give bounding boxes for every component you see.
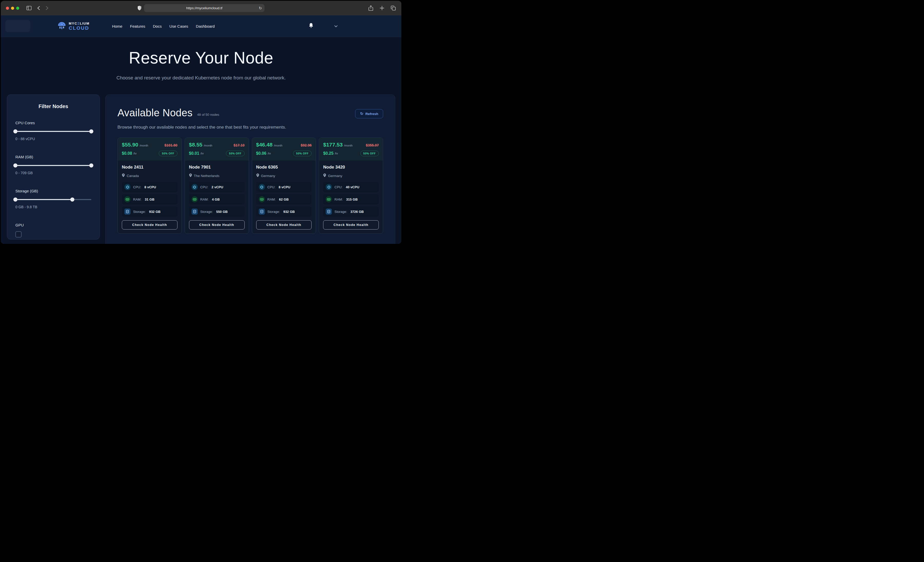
- brand-logo[interactable]: MYCΞLIUM CLOUD: [57, 21, 90, 31]
- hourly-unit: /hr: [134, 152, 137, 155]
- storage-icon: [124, 209, 130, 215]
- filter-range-text: 0 - 709 GB: [15, 171, 91, 175]
- storage-label: Storage:: [200, 210, 213, 214]
- check-node-health-button[interactable]: Check Node Health: [122, 220, 177, 230]
- storage-value: 550 GB: [216, 210, 228, 214]
- node-name: Node 2411: [122, 165, 177, 170]
- brand-wordmark: MYCΞLIUM CLOUD: [69, 22, 90, 30]
- storage-label: Storage:: [267, 210, 280, 214]
- privacy-shield-icon[interactable]: [138, 6, 141, 10]
- storage-label: Storage:: [334, 210, 347, 214]
- hourly-price: $0.01: [189, 151, 199, 156]
- back-button-icon[interactable]: [37, 6, 40, 10]
- monthly-price: $55.90: [122, 142, 138, 148]
- ram-label: RAM:: [133, 197, 141, 201]
- page-title: Reserve Your Node: [1, 48, 401, 67]
- account-chevron-down-icon[interactable]: [334, 24, 338, 28]
- nav-link-dashboard[interactable]: Dashboard: [196, 24, 214, 28]
- storage-spec-row: Storage: 932 GB: [256, 206, 312, 217]
- slider-handle-max[interactable]: [89, 163, 93, 167]
- ram-value: 31 GB: [145, 197, 154, 201]
- refresh-button[interactable]: ↻ Refresh: [355, 109, 383, 118]
- url-text: https://myceliumcloud.tf: [186, 6, 222, 10]
- traffic-lights: [6, 7, 19, 10]
- node-card-body: Node 3420 Germany CPU: 40 vCPU: [319, 161, 383, 220]
- check-node-health-button[interactable]: Check Node Health: [256, 220, 312, 230]
- node-pricing: $55.90 /month $101.80 $0.08 /hr 50% OFF: [118, 138, 182, 161]
- ram-value: 62 GB: [279, 197, 289, 201]
- notification-bell-icon[interactable]: [309, 23, 314, 30]
- refresh-icon: ↻: [360, 111, 363, 116]
- nav-link-use-cases[interactable]: Use Cases: [169, 24, 188, 28]
- storage-spec-row: Storage: 932 GB: [122, 206, 177, 217]
- cpu-spec-row: CPU: 8 vCPU: [122, 182, 177, 192]
- sidebar-toggle-icon[interactable]: [26, 6, 32, 10]
- monthly-unit: /month: [140, 144, 148, 147]
- ram-icon: [192, 196, 198, 202]
- check-node-health-button[interactable]: Check Node Health: [323, 220, 379, 230]
- node-card[interactable]: $177.53 /month $355.07 $0.25 /hr 50% OFF…: [319, 138, 383, 234]
- nav-link-home[interactable]: Home: [112, 24, 122, 28]
- slider-handle-min[interactable]: [14, 197, 18, 202]
- node-count-text: 48 of 50 nodes: [197, 113, 219, 117]
- slider-handle-max[interactable]: [89, 129, 93, 133]
- storage-spec-row: Storage: 550 GB: [189, 206, 244, 217]
- node-pricing: $46.48 /month $92.96 $0.06 /hr 50% OFF: [252, 138, 316, 161]
- discount-badge: 50% OFF: [360, 151, 379, 156]
- navbar-ghost-highlight: [5, 20, 30, 32]
- range-slider[interactable]: [15, 129, 91, 134]
- original-price: $355.07: [366, 143, 379, 147]
- node-name: Node 7901: [189, 165, 244, 170]
- ram-icon: [259, 196, 265, 202]
- range-slider[interactable]: [15, 197, 91, 202]
- cpu-value: 8 vCPU: [144, 185, 156, 189]
- share-icon[interactable]: [369, 5, 373, 11]
- nav-link-features[interactable]: Features: [130, 24, 145, 28]
- storage-value: 3726 GB: [350, 210, 364, 214]
- slider-handle-max[interactable]: [70, 197, 74, 202]
- ram-icon: [124, 196, 130, 202]
- zoom-window-button[interactable]: [16, 7, 19, 10]
- location-pin-icon: [323, 173, 326, 178]
- cpu-label: CPU:: [133, 185, 141, 189]
- ram-label: RAM:: [334, 197, 343, 201]
- filter-group: RAM (GB) 0 - 709 GB: [15, 155, 91, 175]
- ram-value: 4 GB: [212, 197, 219, 201]
- range-slider[interactable]: [15, 163, 91, 168]
- node-card[interactable]: $46.48 /month $92.96 $0.06 /hr 50% OFF N…: [252, 138, 316, 234]
- cpu-icon: [259, 184, 265, 190]
- cpu-spec-row: CPU: 2 vCPU: [189, 182, 244, 192]
- node-card[interactable]: $55.90 /month $101.80 $0.08 /hr 50% OFF …: [117, 138, 182, 234]
- storage-icon: [326, 209, 332, 215]
- nav-link-docs[interactable]: Docs: [153, 24, 162, 28]
- check-node-health-button[interactable]: Check Node Health: [189, 220, 244, 230]
- node-card[interactable]: $8.55 /month $17.10 $0.01 /hr 50% OFF No…: [184, 138, 249, 234]
- location-pin-icon: [256, 173, 259, 178]
- storage-spec-row: Storage: 3726 GB: [323, 206, 379, 217]
- reload-icon[interactable]: ↻: [259, 6, 262, 10]
- browser-toolbar: https://myceliumcloud.tf ↻: [1, 1, 401, 15]
- new-tab-icon[interactable]: [380, 6, 384, 10]
- hourly-price: $0.06: [256, 151, 267, 156]
- location-pin-icon: [122, 173, 125, 178]
- slider-handle-min[interactable]: [14, 129, 18, 133]
- minimize-window-button[interactable]: [11, 7, 14, 10]
- original-price: $92.96: [301, 143, 312, 147]
- ram-value: 315 GB: [346, 197, 358, 201]
- forward-button-icon[interactable]: [46, 6, 48, 10]
- slider-handle-min[interactable]: [14, 163, 18, 167]
- ram-label: RAM:: [267, 197, 276, 201]
- filter-label: Storage (GB): [15, 189, 91, 193]
- filter-panel: Filter Nodes CPU Cores 0 - 88 vCPU RAM (…: [7, 94, 100, 239]
- address-bar[interactable]: https://myceliumcloud.tf ↻: [144, 4, 265, 12]
- tab-overview-icon[interactable]: [391, 6, 396, 10]
- nav-links: Home Features Docs Use Cases Dashboard: [112, 24, 214, 28]
- browser-window: https://myceliumcloud.tf ↻: [1, 1, 401, 244]
- gpu-checkbox[interactable]: [15, 231, 21, 238]
- cpu-value: 8 vCPU: [279, 185, 291, 189]
- filter-group: Storage (GB) 0 GB - 9.8 TB: [15, 189, 91, 209]
- filter-panel-title: Filter Nodes: [15, 103, 91, 109]
- close-window-button[interactable]: [6, 7, 9, 10]
- cpu-value: 2 vCPU: [212, 185, 224, 189]
- cpu-label: CPU:: [267, 185, 275, 189]
